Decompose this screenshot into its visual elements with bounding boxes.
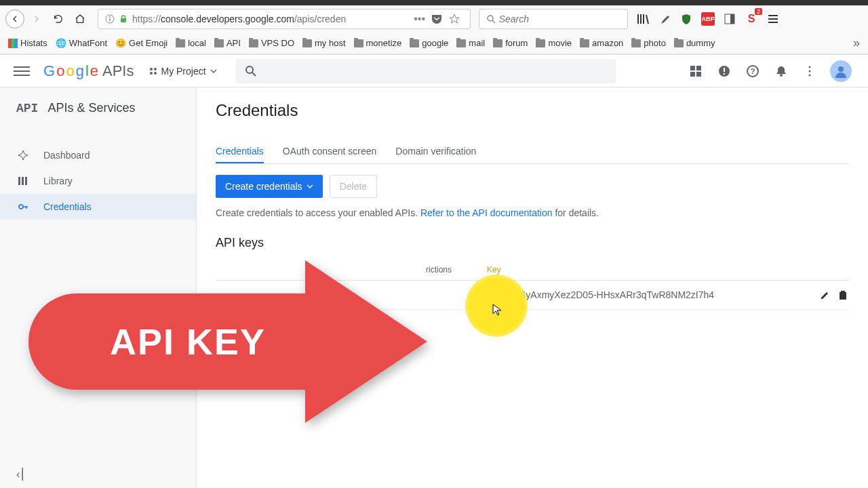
- bookmark-forum[interactable]: forum: [493, 38, 528, 48]
- svg-rect-11: [696, 72, 701, 77]
- sidebar-title: APIs & Services: [47, 101, 135, 115]
- menu-button[interactable]: [14, 63, 30, 79]
- bookmark-histats[interactable]: Histats: [8, 38, 47, 48]
- bookmark-mail[interactable]: mail: [456, 38, 485, 48]
- library-icon[interactable]: [636, 12, 650, 26]
- reload-button[interactable]: [49, 9, 68, 28]
- pocket-icon[interactable]: [431, 13, 443, 25]
- alert-icon[interactable]: [716, 63, 732, 79]
- th-key: Key: [487, 265, 501, 274]
- svg-rect-6: [730, 14, 734, 24]
- bookmark-dummy[interactable]: dummy: [674, 38, 715, 48]
- bookmark-google[interactable]: google: [410, 38, 448, 48]
- ext-s-icon[interactable]: S2: [745, 12, 758, 26]
- sidebar-header[interactable]: API APIs & Services: [0, 87, 196, 129]
- browser-menu-icon[interactable]: [766, 12, 780, 26]
- svg-rect-24: [25, 177, 27, 185]
- url-bar[interactable]: https://console.developers.google.com/ap…: [98, 9, 471, 29]
- more-icon[interactable]: [802, 63, 818, 79]
- svg-rect-22: [18, 177, 20, 185]
- dashboard-icon: [16, 149, 30, 161]
- google-apis-logo[interactable]: Google APIs: [43, 62, 134, 80]
- svg-point-2: [109, 16, 111, 18]
- abp-icon[interactable]: ABP: [701, 12, 715, 26]
- tab-credentials[interactable]: Credentials: [216, 140, 264, 163]
- sidebar-item-library[interactable]: Library: [0, 168, 196, 194]
- bookmark-photo[interactable]: photo: [631, 38, 666, 48]
- info-icon: [105, 14, 115, 24]
- chevron-down-icon: [210, 68, 217, 75]
- svg-rect-3: [121, 18, 126, 22]
- bell-icon[interactable]: [773, 63, 789, 79]
- svg-rect-13: [724, 68, 725, 72]
- project-name: My Project: [161, 66, 205, 77]
- svg-point-19: [809, 70, 811, 72]
- help-text: Create credentials to access your enable…: [216, 207, 849, 218]
- bookmark-monetize[interactable]: monetize: [354, 38, 402, 48]
- sidebar-item-dashboard[interactable]: Dashboard: [0, 142, 196, 168]
- home-button[interactable]: [71, 9, 90, 28]
- search-icon: [486, 14, 495, 24]
- bookmark-vpsdo[interactable]: VPS DO: [249, 38, 294, 48]
- project-selector[interactable]: My Project: [150, 66, 216, 77]
- api-key-value: AIzaSyAxmyXez2D05-HHsxARr3qTwR8NM2zI7h4: [500, 289, 714, 300]
- bookmark-whatfont[interactable]: 🌐WhatFont: [56, 38, 107, 48]
- delete-icon[interactable]: [837, 289, 849, 301]
- globe-icon: 🌐: [56, 38, 66, 48]
- bookmark-local[interactable]: local: [176, 38, 206, 48]
- url-text: https://console.developers.google.com/ap…: [132, 14, 346, 24]
- console-search[interactable]: [236, 59, 616, 83]
- library-icon: [16, 175, 30, 187]
- svg-point-18: [809, 66, 811, 68]
- folder-icon: [536, 39, 545, 47]
- svg-rect-8: [690, 66, 695, 70]
- tab-oauth[interactable]: OAuth consent screen: [283, 140, 377, 163]
- help-icon[interactable]: ?: [745, 63, 761, 79]
- shield-icon[interactable]: [679, 12, 693, 26]
- chevron-down-icon: [307, 183, 313, 190]
- forward-button[interactable]: [27, 9, 46, 28]
- svg-rect-10: [690, 72, 695, 77]
- sidebar-item-credentials[interactable]: Credentials: [0, 194, 196, 220]
- api-docs-link[interactable]: Refer to the API documentation: [420, 207, 553, 218]
- bookmark-movie[interactable]: movie: [536, 38, 572, 48]
- folder-icon: [674, 39, 684, 47]
- back-button[interactable]: [5, 9, 24, 28]
- sidebar-icon[interactable]: [723, 12, 736, 26]
- bookmark-myhost[interactable]: my host: [302, 38, 346, 48]
- avatar[interactable]: [830, 60, 852, 82]
- edit-icon[interactable]: [819, 289, 831, 301]
- svg-point-20: [809, 74, 811, 76]
- svg-point-17: [780, 74, 783, 77]
- folder-icon: [580, 39, 589, 47]
- bookmarks-overflow[interactable]: »: [853, 36, 860, 50]
- svg-point-7: [246, 66, 253, 73]
- svg-point-25: [19, 205, 23, 209]
- create-credentials-button[interactable]: Create credentials: [216, 175, 323, 198]
- sidebar-item-label: Dashboard: [43, 150, 90, 161]
- folder-icon: [631, 39, 641, 47]
- collapse-sidebar[interactable]: ‹⎮: [16, 468, 25, 481]
- browser-search[interactable]: [479, 9, 628, 29]
- bookmark-api[interactable]: API: [214, 38, 241, 48]
- tabs: Credentials OAuth consent screen Domain …: [216, 140, 849, 164]
- bookmark-getemoji[interactable]: 😊Get Emoji: [115, 38, 167, 48]
- bookmark-amazon[interactable]: amazon: [580, 38, 623, 48]
- page-title: Credentials: [216, 101, 849, 120]
- star-icon[interactable]: [448, 13, 460, 25]
- eyedropper-icon[interactable]: [658, 12, 671, 26]
- browser-search-input[interactable]: [499, 14, 620, 24]
- tab-domain[interactable]: Domain verification: [395, 140, 476, 163]
- page-actions-icon[interactable]: •••: [414, 13, 425, 25]
- folder-icon: [410, 39, 419, 47]
- annotation-text: API KEY: [28, 293, 307, 390]
- api-icon: API: [16, 102, 38, 115]
- svg-point-4: [488, 16, 493, 21]
- delete-button[interactable]: Delete: [330, 175, 377, 198]
- svg-point-21: [838, 66, 844, 72]
- project-icon: [150, 68, 157, 75]
- folder-icon: [302, 39, 312, 47]
- folder-icon: [456, 39, 466, 47]
- folder-icon: [354, 39, 363, 47]
- gift-icon[interactable]: [688, 63, 704, 79]
